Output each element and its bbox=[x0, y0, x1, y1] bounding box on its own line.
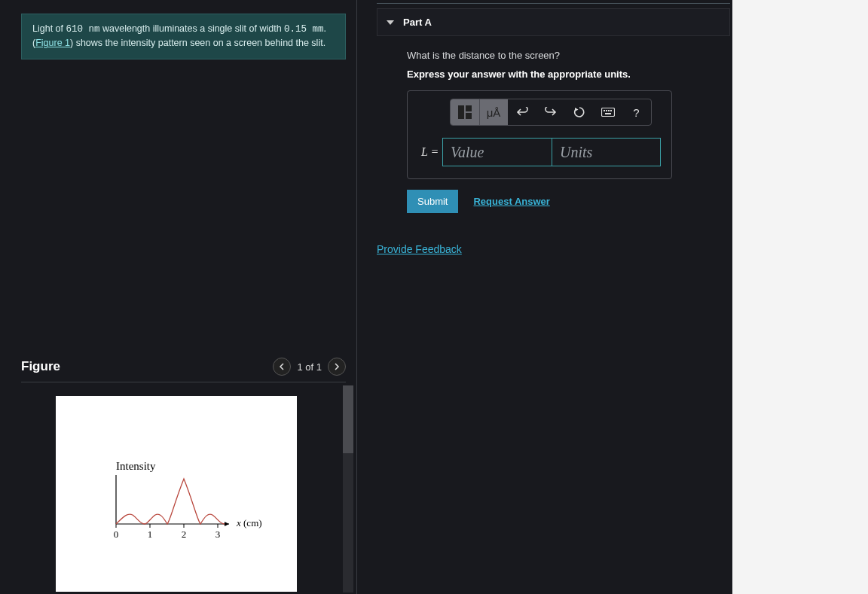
question-text: What is the distance to the screen? bbox=[407, 50, 723, 61]
chevron-down-icon bbox=[387, 20, 394, 25]
redo-icon bbox=[545, 107, 557, 117]
answer-toolbar: μÅ ? bbox=[450, 99, 652, 126]
question-block: What is the distance to the screen? Expr… bbox=[407, 50, 723, 213]
variable-label: L = bbox=[418, 138, 442, 166]
problem-text: wavelength illuminates a single slit of … bbox=[100, 23, 285, 34]
svg-marker-8 bbox=[575, 108, 579, 111]
figure-next-button[interactable] bbox=[328, 358, 346, 376]
request-answer-link[interactable]: Request Answer bbox=[473, 196, 549, 207]
scrollbar-thumb[interactable] bbox=[343, 385, 353, 453]
redo-button[interactable] bbox=[536, 99, 565, 125]
templates-button[interactable] bbox=[451, 99, 479, 125]
tick-2: 2 bbox=[182, 529, 187, 540]
answer-input-row: L = bbox=[418, 138, 661, 166]
svg-rect-14 bbox=[605, 113, 611, 114]
reset-icon bbox=[573, 106, 585, 118]
left-panel: Light of 610 nm wavelength illuminates a… bbox=[0, 0, 357, 594]
units-input[interactable] bbox=[552, 138, 661, 166]
undo-icon bbox=[516, 107, 528, 117]
svg-rect-10 bbox=[604, 110, 605, 111]
instruction-text: Express your answer with the appropriate… bbox=[407, 69, 723, 80]
undo-button[interactable] bbox=[508, 99, 536, 125]
figure-title: Figure bbox=[21, 359, 60, 374]
figure-count: 1 of 1 bbox=[297, 361, 322, 373]
problem-text: ) shows the intensity pattern seen on a … bbox=[70, 38, 326, 48]
right-panel: Part A What is the distance to the scree… bbox=[357, 0, 868, 594]
figure-image[interactable]: Intensity 0 1 2 3 x (cm) bbox=[56, 396, 297, 592]
part-label: Part A bbox=[403, 17, 432, 28]
x-axis-label: x (cm) bbox=[236, 517, 262, 529]
keyboard-button[interactable] bbox=[594, 99, 622, 125]
svg-rect-13 bbox=[610, 110, 612, 111]
figure-section: Figure 1 of 1 Intensity bbox=[21, 358, 346, 592]
action-row: Submit Request Answer bbox=[407, 190, 723, 213]
figure-scrollbar[interactable] bbox=[343, 385, 353, 592]
submit-button[interactable]: Submit bbox=[407, 190, 458, 213]
problem-statement: Light of 610 nm wavelength illuminates a… bbox=[21, 14, 346, 59]
wavelength-value: 610 nm bbox=[66, 24, 99, 35]
tick-3: 3 bbox=[215, 529, 221, 540]
help-button[interactable]: ? bbox=[622, 99, 651, 125]
figure-header: Figure 1 of 1 bbox=[21, 358, 346, 382]
problem-text: Light of bbox=[32, 23, 66, 34]
svg-rect-12 bbox=[608, 110, 610, 111]
part-header[interactable]: Part A bbox=[377, 8, 730, 36]
units-button[interactable]: μÅ bbox=[479, 99, 508, 125]
svg-rect-0 bbox=[56, 396, 297, 592]
value-input[interactable] bbox=[442, 138, 552, 166]
help-icon: ? bbox=[633, 106, 639, 119]
provide-feedback-link[interactable]: Provide Feedback bbox=[377, 243, 462, 255]
chevron-left-icon bbox=[279, 363, 285, 370]
divider bbox=[377, 3, 730, 4]
chevron-right-icon bbox=[334, 363, 340, 370]
y-axis-label: Intensity bbox=[116, 460, 156, 472]
figure-prev-button[interactable] bbox=[273, 358, 291, 376]
slit-width-value: 0.15 mm bbox=[284, 24, 324, 35]
figure-link[interactable]: Figure 1 bbox=[35, 38, 70, 48]
keyboard-icon bbox=[601, 108, 615, 117]
figure-nav: 1 of 1 bbox=[273, 358, 346, 376]
main-layout: Light of 610 nm wavelength illuminates a… bbox=[0, 0, 868, 594]
answer-box: μÅ ? bbox=[407, 90, 672, 179]
tick-0: 0 bbox=[114, 529, 119, 540]
svg-rect-9 bbox=[601, 108, 614, 117]
templates-icon bbox=[458, 105, 472, 119]
reset-button[interactable] bbox=[565, 99, 594, 125]
tick-1: 1 bbox=[148, 529, 153, 540]
svg-rect-11 bbox=[606, 110, 607, 111]
